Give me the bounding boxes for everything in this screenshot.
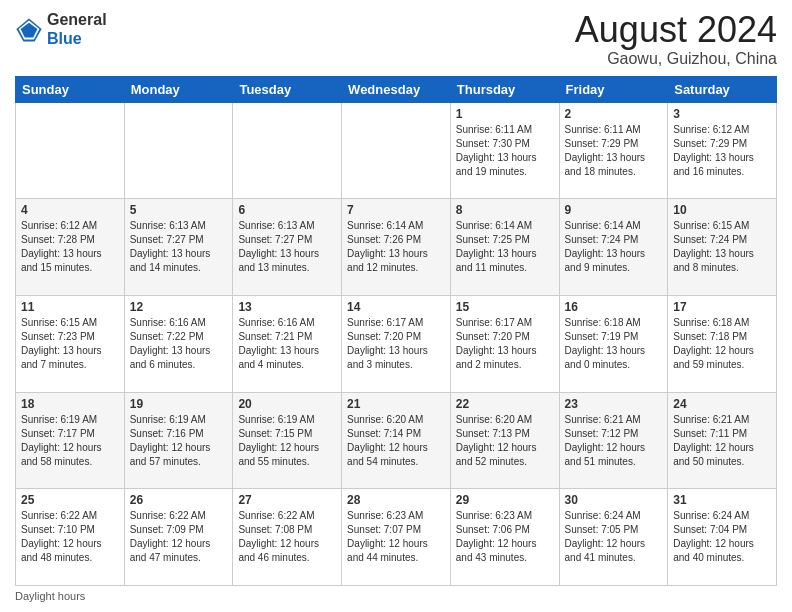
day-number: 5 <box>130 203 228 217</box>
day-number: 15 <box>456 300 554 314</box>
day-number: 4 <box>21 203 119 217</box>
day-number: 22 <box>456 397 554 411</box>
calendar-week-row: 25Sunrise: 6:22 AM Sunset: 7:10 PM Dayli… <box>16 489 777 586</box>
day-info: Sunrise: 6:22 AM Sunset: 7:08 PM Dayligh… <box>238 509 336 565</box>
calendar-week-row: 1Sunrise: 6:11 AM Sunset: 7:30 PM Daylig… <box>16 102 777 199</box>
day-info: Sunrise: 6:16 AM Sunset: 7:22 PM Dayligh… <box>130 316 228 372</box>
day-info: Sunrise: 6:11 AM Sunset: 7:30 PM Dayligh… <box>456 123 554 179</box>
logo-text: General Blue <box>47 10 107 48</box>
day-number: 12 <box>130 300 228 314</box>
day-info: Sunrise: 6:12 AM Sunset: 7:28 PM Dayligh… <box>21 219 119 275</box>
calendar-table: SundayMondayTuesdayWednesdayThursdayFrid… <box>15 76 777 586</box>
day-number: 26 <box>130 493 228 507</box>
calendar-cell: 5Sunrise: 6:13 AM Sunset: 7:27 PM Daylig… <box>124 199 233 296</box>
day-info: Sunrise: 6:19 AM Sunset: 7:16 PM Dayligh… <box>130 413 228 469</box>
calendar-day-header: Sunday <box>16 76 125 102</box>
calendar-cell: 22Sunrise: 6:20 AM Sunset: 7:13 PM Dayli… <box>450 392 559 489</box>
day-info: Sunrise: 6:14 AM Sunset: 7:25 PM Dayligh… <box>456 219 554 275</box>
day-number: 19 <box>130 397 228 411</box>
day-number: 24 <box>673 397 771 411</box>
day-info: Sunrise: 6:11 AM Sunset: 7:29 PM Dayligh… <box>565 123 663 179</box>
logo-general: General <box>47 11 107 28</box>
day-info: Sunrise: 6:18 AM Sunset: 7:18 PM Dayligh… <box>673 316 771 372</box>
page: General Blue August 2024 Gaowu, Guizhou,… <box>0 0 792 612</box>
calendar-cell: 9Sunrise: 6:14 AM Sunset: 7:24 PM Daylig… <box>559 199 668 296</box>
day-info: Sunrise: 6:20 AM Sunset: 7:13 PM Dayligh… <box>456 413 554 469</box>
calendar-cell: 27Sunrise: 6:22 AM Sunset: 7:08 PM Dayli… <box>233 489 342 586</box>
calendar-day-header: Monday <box>124 76 233 102</box>
day-number: 23 <box>565 397 663 411</box>
calendar-cell: 31Sunrise: 6:24 AM Sunset: 7:04 PM Dayli… <box>668 489 777 586</box>
main-title: August 2024 <box>575 10 777 50</box>
calendar-day-header: Thursday <box>450 76 559 102</box>
day-number: 28 <box>347 493 445 507</box>
calendar-cell: 10Sunrise: 6:15 AM Sunset: 7:24 PM Dayli… <box>668 199 777 296</box>
day-number: 29 <box>456 493 554 507</box>
day-info: Sunrise: 6:13 AM Sunset: 7:27 PM Dayligh… <box>238 219 336 275</box>
day-number: 6 <box>238 203 336 217</box>
day-info: Sunrise: 6:15 AM Sunset: 7:24 PM Dayligh… <box>673 219 771 275</box>
calendar-cell: 24Sunrise: 6:21 AM Sunset: 7:11 PM Dayli… <box>668 392 777 489</box>
day-number: 30 <box>565 493 663 507</box>
calendar-cell: 17Sunrise: 6:18 AM Sunset: 7:18 PM Dayli… <box>668 295 777 392</box>
calendar-cell: 7Sunrise: 6:14 AM Sunset: 7:26 PM Daylig… <box>342 199 451 296</box>
calendar-cell: 13Sunrise: 6:16 AM Sunset: 7:21 PM Dayli… <box>233 295 342 392</box>
day-info: Sunrise: 6:21 AM Sunset: 7:11 PM Dayligh… <box>673 413 771 469</box>
day-info: Sunrise: 6:14 AM Sunset: 7:26 PM Dayligh… <box>347 219 445 275</box>
day-info: Sunrise: 6:24 AM Sunset: 7:04 PM Dayligh… <box>673 509 771 565</box>
day-number: 27 <box>238 493 336 507</box>
calendar-cell: 8Sunrise: 6:14 AM Sunset: 7:25 PM Daylig… <box>450 199 559 296</box>
calendar-day-header: Friday <box>559 76 668 102</box>
day-info: Sunrise: 6:17 AM Sunset: 7:20 PM Dayligh… <box>456 316 554 372</box>
day-number: 25 <box>21 493 119 507</box>
calendar-cell: 20Sunrise: 6:19 AM Sunset: 7:15 PM Dayli… <box>233 392 342 489</box>
day-number: 2 <box>565 107 663 121</box>
day-number: 16 <box>565 300 663 314</box>
calendar-cell: 28Sunrise: 6:23 AM Sunset: 7:07 PM Dayli… <box>342 489 451 586</box>
day-info: Sunrise: 6:19 AM Sunset: 7:17 PM Dayligh… <box>21 413 119 469</box>
day-info: Sunrise: 6:23 AM Sunset: 7:06 PM Dayligh… <box>456 509 554 565</box>
day-number: 9 <box>565 203 663 217</box>
calendar-cell: 23Sunrise: 6:21 AM Sunset: 7:12 PM Dayli… <box>559 392 668 489</box>
day-number: 8 <box>456 203 554 217</box>
day-number: 21 <box>347 397 445 411</box>
title-block: August 2024 Gaowu, Guizhou, China <box>575 10 777 68</box>
calendar-cell: 4Sunrise: 6:12 AM Sunset: 7:28 PM Daylig… <box>16 199 125 296</box>
day-info: Sunrise: 6:19 AM Sunset: 7:15 PM Dayligh… <box>238 413 336 469</box>
calendar-day-header: Wednesday <box>342 76 451 102</box>
day-info: Sunrise: 6:21 AM Sunset: 7:12 PM Dayligh… <box>565 413 663 469</box>
day-info: Sunrise: 6:16 AM Sunset: 7:21 PM Dayligh… <box>238 316 336 372</box>
calendar-cell: 25Sunrise: 6:22 AM Sunset: 7:10 PM Dayli… <box>16 489 125 586</box>
calendar-week-row: 11Sunrise: 6:15 AM Sunset: 7:23 PM Dayli… <box>16 295 777 392</box>
day-number: 20 <box>238 397 336 411</box>
day-number: 17 <box>673 300 771 314</box>
calendar-day-header: Saturday <box>668 76 777 102</box>
day-number: 18 <box>21 397 119 411</box>
calendar-cell: 1Sunrise: 6:11 AM Sunset: 7:30 PM Daylig… <box>450 102 559 199</box>
day-number: 31 <box>673 493 771 507</box>
calendar-cell: 30Sunrise: 6:24 AM Sunset: 7:05 PM Dayli… <box>559 489 668 586</box>
day-number: 7 <box>347 203 445 217</box>
day-info: Sunrise: 6:14 AM Sunset: 7:24 PM Dayligh… <box>565 219 663 275</box>
calendar-cell: 26Sunrise: 6:22 AM Sunset: 7:09 PM Dayli… <box>124 489 233 586</box>
day-info: Sunrise: 6:13 AM Sunset: 7:27 PM Dayligh… <box>130 219 228 275</box>
calendar-cell <box>16 102 125 199</box>
calendar-cell: 6Sunrise: 6:13 AM Sunset: 7:27 PM Daylig… <box>233 199 342 296</box>
calendar-cell <box>342 102 451 199</box>
calendar-cell: 19Sunrise: 6:19 AM Sunset: 7:16 PM Dayli… <box>124 392 233 489</box>
logo: General Blue <box>15 10 107 48</box>
calendar-week-row: 18Sunrise: 6:19 AM Sunset: 7:17 PM Dayli… <box>16 392 777 489</box>
subtitle: Gaowu, Guizhou, China <box>575 50 777 68</box>
calendar-cell: 2Sunrise: 6:11 AM Sunset: 7:29 PM Daylig… <box>559 102 668 199</box>
day-number: 13 <box>238 300 336 314</box>
day-info: Sunrise: 6:22 AM Sunset: 7:09 PM Dayligh… <box>130 509 228 565</box>
calendar-cell: 16Sunrise: 6:18 AM Sunset: 7:19 PM Dayli… <box>559 295 668 392</box>
footer-note: Daylight hours <box>15 590 777 602</box>
day-info: Sunrise: 6:17 AM Sunset: 7:20 PM Dayligh… <box>347 316 445 372</box>
day-info: Sunrise: 6:12 AM Sunset: 7:29 PM Dayligh… <box>673 123 771 179</box>
calendar-header-row: SundayMondayTuesdayWednesdayThursdayFrid… <box>16 76 777 102</box>
day-info: Sunrise: 6:18 AM Sunset: 7:19 PM Dayligh… <box>565 316 663 372</box>
calendar-cell <box>124 102 233 199</box>
logo-blue: Blue <box>47 30 82 47</box>
day-number: 11 <box>21 300 119 314</box>
